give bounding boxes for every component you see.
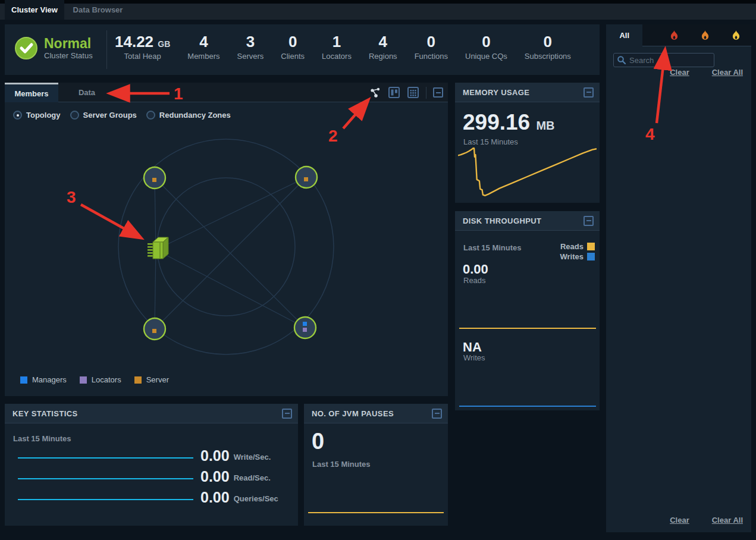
disk-reads-line (459, 328, 596, 329)
clear-all-link-bottom[interactable]: Clear All (712, 516, 743, 525)
alerts-tab-critical-flame-icon[interactable] (659, 24, 690, 46)
member-node-2[interactable] (296, 167, 317, 188)
radio-redundancy-zones-dot[interactable] (146, 111, 155, 120)
server-square (304, 177, 308, 181)
key-stats-collapse-icon[interactable] (282, 409, 292, 419)
server-square (152, 178, 156, 182)
memory-collapse-icon[interactable] (584, 87, 594, 98)
members-panel: Members Data (5, 83, 448, 396)
stat-subscriptions: 0 Subscriptions (525, 33, 571, 61)
writes-swatch (587, 253, 595, 260)
legend-writes: Writes (560, 252, 595, 261)
disk-collapse-icon[interactable] (584, 216, 594, 226)
key-stats-title: KEY STATISTICS (12, 409, 78, 418)
clear-link[interactable]: Clear (670, 68, 689, 77)
jvm-line (308, 512, 444, 513)
memory-title: MEMORY USAGE (463, 88, 529, 97)
cluster-status-label: Normal (44, 36, 93, 51)
stat-members: 4 Members (187, 33, 219, 61)
alerts-tab-warning-flame-icon[interactable] (690, 24, 721, 46)
radio-topology-dot[interactable] (13, 111, 22, 120)
header-divider (106, 30, 107, 69)
jvm-title: NO. OF JVM PAUSES (312, 409, 394, 418)
locator-square (303, 328, 307, 332)
legend-locators: Locators (80, 375, 121, 384)
write-sec-line (18, 457, 193, 459)
stat-servers: 3 Servers (237, 33, 264, 61)
legend-managers: Managers (20, 375, 67, 384)
memory-usage-widget: MEMORY USAGE 299.16 MB Last 15 Minutes (455, 83, 600, 203)
stat-clients: 0 Clients (281, 33, 305, 61)
stat-regions: 4 Regions (369, 33, 397, 61)
stat-locators: 1 Locators (322, 33, 352, 61)
clear-all-link[interactable]: Clear All (712, 68, 743, 77)
key-stats-period: Last 15 Minutes (13, 434, 71, 443)
memory-sparkline (458, 145, 597, 199)
host-machine-icon[interactable] (148, 237, 168, 259)
treemap-view-icon[interactable] (388, 86, 400, 99)
stat-unique-cqs: 0 Unique CQs (465, 33, 507, 61)
stat-total-heap: 14.22 GB Total Heap (115, 33, 170, 61)
stat-functions: 0 Functions (415, 33, 448, 61)
search-icon (617, 55, 626, 67)
disk-title: DISK THROUGHPUT (463, 216, 541, 225)
jvm-collapse-icon[interactable] (432, 409, 442, 419)
alerts-tab-all[interactable]: All (606, 24, 642, 46)
alerts-panel: All (606, 24, 751, 532)
disk-reads-value: 0.00 (463, 262, 488, 277)
clear-link-bottom[interactable]: Clear (670, 516, 689, 525)
alert-severity-tabs: All (606, 24, 751, 46)
alerts-tab-info-flame-icon[interactable] (720, 24, 751, 46)
reads-swatch (587, 243, 595, 250)
stat-row-write-sec: 0.00 Write/Sec. (18, 449, 271, 463)
members-collapse-icon[interactable] (433, 87, 443, 98)
member-node-4[interactable] (294, 317, 316, 338)
disk-writes-label: Writes (463, 353, 485, 362)
managers-swatch (20, 376, 27, 384)
key-statistics-widget: KEY STATISTICS Last 15 Minutes 0.00 Writ… (5, 404, 298, 526)
jvm-period: Last 15 Minutes (312, 460, 371, 469)
radio-redundancy-zones[interactable]: Redundancy Zones (146, 111, 231, 120)
alerts-clear-links-top: Clear Clear All (670, 68, 743, 77)
cluster-status-sub: Cluster Status (44, 51, 93, 60)
topology-view-radios: Topology Server Groups Redundancy Zones (13, 111, 231, 120)
tab-data-browser[interactable]: Data Browser (67, 0, 129, 20)
stat-row-queries-sec: 0.00 Queries/Sec (18, 491, 278, 504)
grid-view-icon[interactable] (407, 86, 419, 99)
legend-reads: Reads (560, 242, 595, 251)
radio-server-groups-dot[interactable] (70, 111, 79, 120)
radio-server-groups[interactable]: Server Groups (70, 111, 137, 120)
manager-square (303, 322, 307, 326)
topology-edges (155, 177, 306, 329)
status-check-icon (14, 36, 38, 60)
server-swatch (134, 376, 142, 384)
legend-server: Server (134, 375, 169, 384)
topology-legend: Managers Locators Server (20, 375, 169, 384)
jvm-value: 0 (312, 429, 324, 454)
members-tab-bar: Members Data (5, 83, 448, 102)
search-input[interactable] (613, 53, 714, 67)
alerts-clear-links-bottom: Clear Clear All (670, 516, 743, 525)
locators-swatch (80, 376, 87, 384)
cluster-header-panel: Normal Cluster Status 14.22 GB Total Hea… (5, 24, 600, 75)
disk-writes-value: NA (463, 340, 482, 354)
alerts-search (613, 53, 714, 67)
disk-reads-label: Reads (463, 276, 486, 285)
member-node-3[interactable] (144, 318, 165, 340)
memory-value: 299.16 MB (463, 110, 555, 135)
tab-members[interactable]: Members (5, 83, 58, 102)
graph-view-icon[interactable] (369, 87, 381, 99)
disk-legend: Reads Writes (560, 242, 595, 261)
stat-row-read-sec: 0.00 Read/Sec. (18, 470, 271, 484)
tab-cluster-view[interactable]: Cluster View (5, 0, 64, 20)
tab-data[interactable]: Data (69, 83, 105, 102)
read-sec-line (18, 478, 193, 479)
disk-writes-line (459, 406, 596, 407)
radio-topology[interactable]: Topology (13, 111, 61, 120)
inner-ring (157, 178, 295, 316)
member-node-1[interactable] (144, 167, 165, 189)
cluster-stats: 14.22 GB Total Heap 4 Members 3 Servers … (115, 33, 571, 61)
server-square (152, 329, 156, 333)
toolbar-divider (426, 87, 426, 99)
topology-graph[interactable] (5, 122, 448, 378)
